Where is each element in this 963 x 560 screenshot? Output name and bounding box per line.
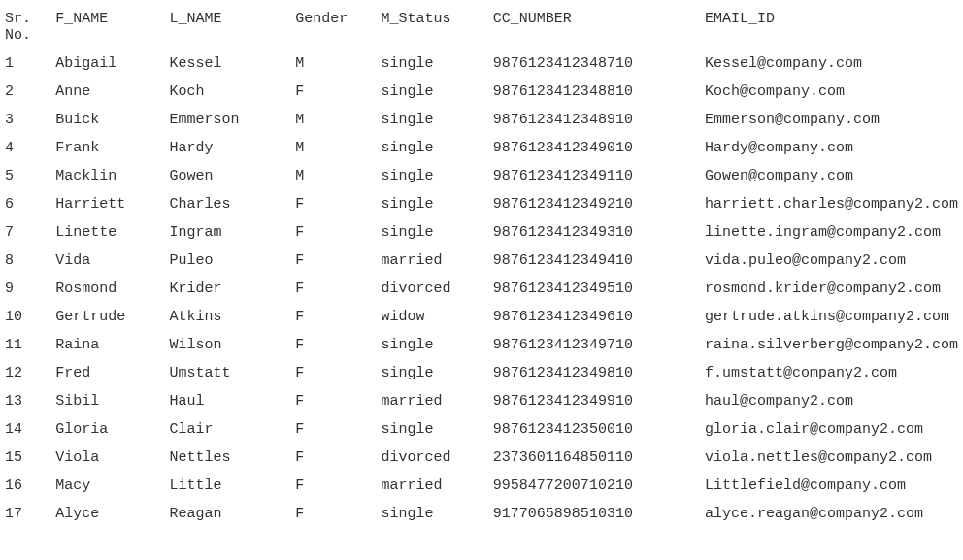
cell-email: Hardy@company.com xyxy=(705,134,958,162)
cell-fname: Linette xyxy=(55,218,169,247)
table-row: 17AlyceReaganFsingle9177065898510310alyc… xyxy=(5,500,958,528)
cell-lname: Atkins xyxy=(169,303,295,331)
cell-mstat: widow xyxy=(382,303,493,331)
header-sr: Sr.No. xyxy=(5,5,55,49)
cell-mstat: divorced xyxy=(382,444,493,472)
cell-mstat: single xyxy=(382,500,493,528)
cell-fname: Alyce xyxy=(55,500,169,528)
cell-email: raina.silverberg@company2.com xyxy=(705,331,958,359)
cell-lname: Gowen xyxy=(169,162,295,190)
cell-gender: F xyxy=(295,303,381,331)
header-cc: CC_NUMBER xyxy=(493,5,705,49)
table-row: 11RainaWilsonFsingle9876123412349710rain… xyxy=(5,331,958,359)
cell-lname: Emmerson xyxy=(169,106,295,134)
cell-sr: 3 xyxy=(5,106,55,134)
cell-fname: Harriett xyxy=(55,190,169,218)
cell-email: viola.nettles@company2.com xyxy=(705,444,958,472)
cell-email: gertrude.atkins@company2.com xyxy=(705,303,958,331)
cell-lname: Umstatt xyxy=(169,359,295,387)
cell-lname: Wilson xyxy=(169,331,295,359)
cell-gender: M xyxy=(295,162,381,190)
cell-mstat: single xyxy=(382,106,493,134)
table-row: 12FredUmstattFsingle9876123412349810f.um… xyxy=(5,359,958,387)
cell-mstat: married xyxy=(382,247,493,275)
cell-mstat: single xyxy=(382,190,493,218)
cell-lname: Koch xyxy=(169,78,295,106)
cell-lname: Kessel xyxy=(169,49,295,78)
cell-sr: 7 xyxy=(5,218,55,247)
cell-cc: 9177065898510310 xyxy=(493,500,705,528)
cell-fname: Gloria xyxy=(55,415,169,444)
cell-lname: Nettles xyxy=(169,444,295,472)
cell-lname: Krider xyxy=(169,275,295,303)
cell-cc: 9876123412349210 xyxy=(493,190,705,218)
table-row: 6HarriettCharlesFsingle9876123412349210h… xyxy=(5,190,958,218)
cell-lname: Hardy xyxy=(169,134,295,162)
cell-cc: 9876123412349710 xyxy=(493,331,705,359)
cell-cc: 9876123412348710 xyxy=(493,49,705,78)
cell-fname: Anne xyxy=(55,78,169,106)
cell-mstat: single xyxy=(382,415,493,444)
cell-fname: Buick xyxy=(55,106,169,134)
cell-gender: M xyxy=(295,49,381,78)
cell-cc: 9876123412349410 xyxy=(493,247,705,275)
cell-sr: 17 xyxy=(5,500,55,528)
cell-gender: F xyxy=(295,331,381,359)
cell-sr: 6 xyxy=(5,190,55,218)
cell-email: gloria.clair@company2.com xyxy=(705,415,958,444)
cell-lname: Clair xyxy=(169,415,295,444)
table-row: 9RosmondKriderFdivorced9876123412349510r… xyxy=(5,275,958,303)
cell-email: Gowen@company.com xyxy=(705,162,958,190)
cell-lname: Haul xyxy=(169,387,295,415)
cell-sr: 1 xyxy=(5,49,55,78)
cell-mstat: single xyxy=(382,359,493,387)
cell-gender: F xyxy=(295,190,381,218)
cell-fname: Rosmond xyxy=(55,275,169,303)
table-row: 16MacyLittleFmarried9958477200710210Litt… xyxy=(5,472,958,500)
cell-cc: 9876123412349310 xyxy=(493,218,705,247)
cell-sr: 5 xyxy=(5,162,55,190)
cell-fname: Fred xyxy=(55,359,169,387)
cell-gender: F xyxy=(295,359,381,387)
cell-gender: F xyxy=(295,247,381,275)
table-header-row: Sr.No. F_NAME L_NAME Gender M_Status CC_… xyxy=(5,5,958,49)
cell-lname: Puleo xyxy=(169,247,295,275)
cell-email: haul@company2.com xyxy=(705,387,958,415)
cell-sr: 15 xyxy=(5,444,55,472)
table-row: 7LinetteIngramFsingle9876123412349310lin… xyxy=(5,218,958,247)
cell-email: Kessel@company.com xyxy=(705,49,958,78)
header-fname: F_NAME xyxy=(55,5,169,49)
table-row: 4FrankHardyMsingle9876123412349010Hardy@… xyxy=(5,134,958,162)
cell-fname: Vida xyxy=(55,247,169,275)
cell-mstat: married xyxy=(382,387,493,415)
table-row: 2AnneKochFsingle9876123412348810Koch@com… xyxy=(5,78,958,106)
cell-fname: Abigail xyxy=(55,49,169,78)
cell-cc: 9876123412350010 xyxy=(493,415,705,444)
cell-gender: F xyxy=(295,444,381,472)
cell-fname: Frank xyxy=(55,134,169,162)
cell-cc: 9876123412349810 xyxy=(493,359,705,387)
cell-fname: Sibil xyxy=(55,387,169,415)
cell-email: Koch@company.com xyxy=(705,78,958,106)
cell-sr: 13 xyxy=(5,387,55,415)
table-row: 1AbigailKesselMsingle9876123412348710Kes… xyxy=(5,49,958,78)
cell-gender: F xyxy=(295,275,381,303)
cell-cc: 9876123412349510 xyxy=(493,275,705,303)
table-row: 8VidaPuleoFmarried9876123412349410vida.p… xyxy=(5,247,958,275)
cell-sr: 10 xyxy=(5,303,55,331)
cell-mstat: married xyxy=(382,472,493,500)
cell-gender: F xyxy=(295,472,381,500)
cell-mstat: single xyxy=(382,78,493,106)
cell-cc: 9876123412348810 xyxy=(493,78,705,106)
header-mstat: M_Status xyxy=(382,5,493,49)
cell-email: harriett.charles@company2.com xyxy=(705,190,958,218)
cell-fname: Macklin xyxy=(55,162,169,190)
cell-email: linette.ingram@company2.com xyxy=(705,218,958,247)
data-table: Sr.No. F_NAME L_NAME Gender M_Status CC_… xyxy=(5,5,958,528)
header-gender: Gender xyxy=(295,5,381,49)
cell-gender: M xyxy=(295,106,381,134)
cell-fname: Gertrude xyxy=(55,303,169,331)
cell-lname: Ingram xyxy=(169,218,295,247)
cell-cc: 9876123412349610 xyxy=(493,303,705,331)
cell-sr: 16 xyxy=(5,472,55,500)
